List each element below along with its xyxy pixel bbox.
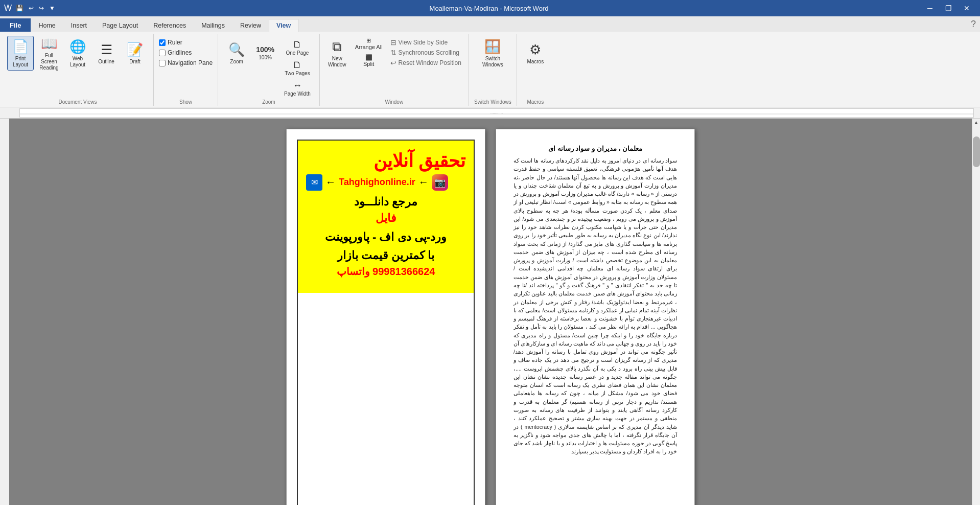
page1-line1: مرجع دانلـــود xyxy=(306,195,465,210)
draft-button[interactable]: 📝 Draft xyxy=(122,36,148,71)
yellow-background: تحقیق آنلاین 📷 ← Tahghighonline.ir ← ✉ م… xyxy=(298,141,474,293)
page1-phone: 99981366624 واتساپ xyxy=(306,265,465,278)
tab-home[interactable]: Home xyxy=(31,19,63,32)
nav-pane-checkbox-row[interactable]: Navigation Pane xyxy=(159,58,213,67)
group-zoom: 🔍 Zoom 100% 100% 🗋 One Page 🗋 Two Pages xyxy=(218,34,320,106)
nav-pane-checkbox[interactable] xyxy=(159,60,166,66)
split-label: Split xyxy=(363,61,374,67)
split-button[interactable]: ⬛ Split xyxy=(352,53,386,68)
gridlines-checkbox-row[interactable]: Gridlines xyxy=(159,48,192,57)
sync-scroll-icon: ⇅ xyxy=(390,49,396,57)
full-screen-label: Full ScreenReading xyxy=(38,53,60,71)
doc-views-label: Document Views xyxy=(59,99,97,105)
qat-save[interactable]: 💾 xyxy=(14,4,26,13)
one-page-icon: 🗋 xyxy=(293,39,302,50)
tab-references[interactable]: References xyxy=(146,19,194,32)
title-bar-left: W 💾 ↩ ↪ ▼ xyxy=(4,4,57,13)
instagram-icon: 📷 xyxy=(432,174,448,191)
page-width-button[interactable]: ↔ Page Width xyxy=(281,79,314,98)
page-width-label: Page Width xyxy=(284,91,311,97)
restore-button[interactable]: ❐ xyxy=(939,0,958,16)
tab-view[interactable]: View xyxy=(269,19,298,32)
window-items: ⧉ New Window ⊞ Arrange All ⬛ Split xyxy=(325,34,463,98)
new-window-icon: ⧉ xyxy=(332,39,342,55)
web-layout-icon: 🌐 xyxy=(69,39,86,55)
two-pages-label: Two Pages xyxy=(285,71,310,76)
tab-page-layout[interactable]: Page Layout xyxy=(95,19,146,32)
qat-redo[interactable]: ↪ xyxy=(37,4,46,13)
gridlines-checkbox[interactable] xyxy=(159,50,166,56)
print-layout-button[interactable]: 📄 PrintLayout xyxy=(7,36,34,71)
draft-label: Draft xyxy=(129,59,141,65)
url-text: Tahghighonline.ir xyxy=(339,177,415,188)
one-page-button[interactable]: 🗋 One Page xyxy=(281,38,314,57)
web-layout-button[interactable]: 🌐 WebLayout xyxy=(64,36,91,71)
window-main-btns: ⧉ New Window xyxy=(325,36,349,71)
scroll-thumb[interactable] xyxy=(973,136,980,167)
arrange-all-button[interactable]: ⊞ Arrange All xyxy=(352,36,386,52)
group-document-views: 📄 PrintLayout 📖 Full ScreenReading 🌐 Web… xyxy=(2,34,154,106)
page1-line2: فایل xyxy=(306,211,465,226)
switch-windows-button[interactable]: 🪟 Switch Windows xyxy=(479,36,506,71)
page1-line4: با کمترین قیمت بازار xyxy=(306,248,465,263)
macros-button[interactable]: ⚙ Macros xyxy=(522,36,549,71)
page2-body: سواد رسانه ای در دنیای امروز به دلیل نقد… xyxy=(514,156,677,456)
outline-icon: ☰ xyxy=(101,42,112,58)
two-pages-icon: 🗋 xyxy=(293,60,302,71)
qat-undo[interactable]: ↩ xyxy=(27,4,36,13)
ribbon-content: 📄 PrintLayout 📖 Full ScreenReading 🌐 Web… xyxy=(0,32,980,107)
macros-icon: ⚙ xyxy=(529,42,541,58)
ribbon-tabs: File Home Insert Page Layout References … xyxy=(0,16,980,32)
reset-window-position-btn[interactable]: ↩ Reset Window Position xyxy=(388,58,463,67)
window-label: Window xyxy=(385,99,404,105)
draft-icon: 📝 xyxy=(127,42,143,58)
print-layout-label: PrintLayout xyxy=(13,56,28,68)
zoom-label: Zoom xyxy=(230,59,243,65)
scroll-up-arrow[interactable]: ▲ xyxy=(973,119,980,126)
gridlines-label: Gridlines xyxy=(168,49,192,56)
nav-pane-label: Navigation Pane xyxy=(168,59,213,66)
macros-items: ⚙ Macros xyxy=(522,34,549,98)
title-bar: W 💾 ↩ ↪ ▼ Moalleman-Va-Modiran - Microso… xyxy=(0,0,980,16)
two-pages-button[interactable]: 🗋 Two Pages xyxy=(281,58,314,78)
new-window-button[interactable]: ⧉ New Window xyxy=(325,36,349,71)
vertical-scrollbar: ▲ ▼ xyxy=(972,119,980,505)
outline-label: Outline xyxy=(98,59,114,65)
switch-windows-label: Switch Windows xyxy=(482,56,503,68)
full-screen-icon: 📖 xyxy=(41,36,57,52)
zoom-100-button[interactable]: 100% 100% xyxy=(252,36,278,71)
window-sub-btns: ⊞ Arrange All ⬛ Split xyxy=(352,36,386,68)
show-checkboxes: Ruler Gridlines Navigation Pane xyxy=(159,36,213,67)
email-icon: ✉ xyxy=(306,174,322,191)
zoom-button[interactable]: 🔍 Zoom xyxy=(223,36,250,71)
tab-file[interactable]: File xyxy=(0,18,31,32)
help-icon[interactable]: ? xyxy=(967,17,980,32)
arrow-icon: ← xyxy=(418,176,429,188)
qat-customize[interactable]: ▼ xyxy=(47,4,57,13)
tab-mailings[interactable]: Mailings xyxy=(194,19,232,32)
full-screen-button[interactable]: 📖 Full ScreenReading xyxy=(36,36,62,71)
document-area[interactable]: تحقیق آنلاین 📷 ← Tahghighonline.ir ← ✉ م… xyxy=(9,119,972,505)
outline-button[interactable]: ☰ Outline xyxy=(93,36,120,71)
synchronous-scrolling-btn[interactable]: ⇅ Synchronous Scrolling xyxy=(388,48,463,57)
zoom-group-label: Zoom xyxy=(262,99,275,105)
ruler-checkbox[interactable] xyxy=(159,39,166,46)
url-line: 📷 ← Tahghighonline.ir ← ✉ xyxy=(306,174,465,191)
minimize-button[interactable]: ─ xyxy=(921,0,939,16)
group-macros: ⚙ Macros Macros xyxy=(517,34,554,106)
vertical-ruler xyxy=(0,119,9,505)
switch-windows-icon: 🪟 xyxy=(484,39,501,55)
reset-win-icon: ↩ xyxy=(390,59,396,67)
arrow-icon-2: ← xyxy=(325,176,336,188)
view-side-icon: ⊟ xyxy=(390,38,396,47)
tab-insert[interactable]: Insert xyxy=(63,19,95,32)
svg-rect-3 xyxy=(0,119,9,505)
tab-review[interactable]: Review xyxy=(232,19,269,32)
reset-win-label: Reset Window Position xyxy=(399,59,461,66)
ruler-checkbox-row[interactable]: Ruler xyxy=(159,38,182,47)
horizontal-ruler: ........... xyxy=(19,108,974,118)
close-button[interactable]: ✕ xyxy=(958,0,976,16)
web-layout-label: WebLayout xyxy=(70,56,85,68)
page-1-inner: تحقیق آنلاین 📷 ← Tahghighonline.ir ← ✉ م… xyxy=(297,140,475,505)
view-side-by-side-btn[interactable]: ⊟ View Side by Side xyxy=(388,38,463,47)
